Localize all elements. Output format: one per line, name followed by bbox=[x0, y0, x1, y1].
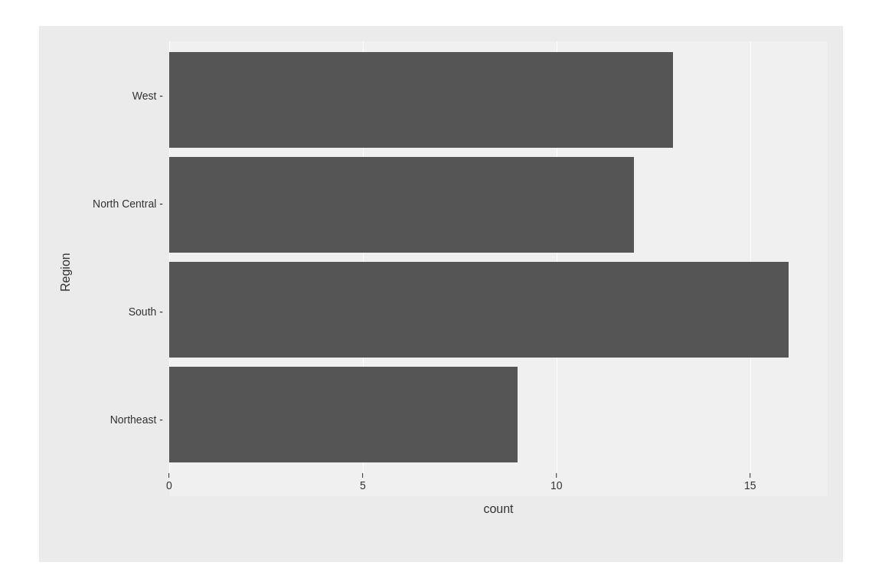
bar-row bbox=[169, 362, 828, 467]
y-tick-label: Northeast bbox=[110, 413, 160, 426]
bars-container bbox=[169, 41, 828, 473]
y-tick-dash: - bbox=[159, 305, 163, 318]
x-tick: 15 bbox=[744, 473, 756, 492]
bar bbox=[169, 262, 789, 358]
y-axis-label: Region bbox=[54, 41, 77, 496]
chart-container: Region West -North Central -South -North… bbox=[39, 26, 843, 562]
y-tick: Northeast - bbox=[77, 365, 163, 473]
x-tick-line bbox=[750, 473, 750, 478]
bar bbox=[169, 157, 634, 253]
y-tick-label: West bbox=[132, 90, 160, 102]
bar-row bbox=[169, 152, 828, 257]
x-axis: 051015 bbox=[169, 473, 828, 496]
x-tick: 0 bbox=[166, 473, 172, 492]
x-tick-line bbox=[362, 473, 363, 478]
bottom-section: count bbox=[54, 496, 828, 516]
bar-row bbox=[169, 47, 828, 152]
x-tick-label: 5 bbox=[360, 479, 366, 492]
x-tick-label: 15 bbox=[744, 479, 756, 492]
chart-area: Region West -North Central -South -North… bbox=[54, 41, 828, 496]
y-tick-label: North Central bbox=[93, 198, 159, 210]
y-axis-ticks: West -North Central -South -Northeast - bbox=[77, 41, 169, 496]
bar-row bbox=[169, 257, 828, 362]
x-tick: 5 bbox=[360, 473, 366, 492]
x-tick-line bbox=[556, 473, 557, 478]
bar bbox=[169, 367, 518, 462]
x-tick: 10 bbox=[550, 473, 563, 492]
bar bbox=[169, 52, 673, 148]
y-tick: West - bbox=[77, 41, 163, 149]
x-tick-line bbox=[168, 473, 169, 478]
y-tick: North Central - bbox=[77, 149, 163, 257]
y-tick: South - bbox=[77, 257, 163, 365]
x-axis-label: count bbox=[169, 502, 828, 516]
y-tick-label: South bbox=[129, 305, 160, 318]
y-tick-dash: - bbox=[159, 413, 163, 426]
y-tick-dash: - bbox=[159, 90, 163, 102]
y-tick-dash: - bbox=[159, 198, 163, 210]
plot-area: 051015 bbox=[169, 41, 828, 496]
x-tick-label: 10 bbox=[550, 479, 563, 492]
x-tick-label: 0 bbox=[166, 479, 172, 492]
